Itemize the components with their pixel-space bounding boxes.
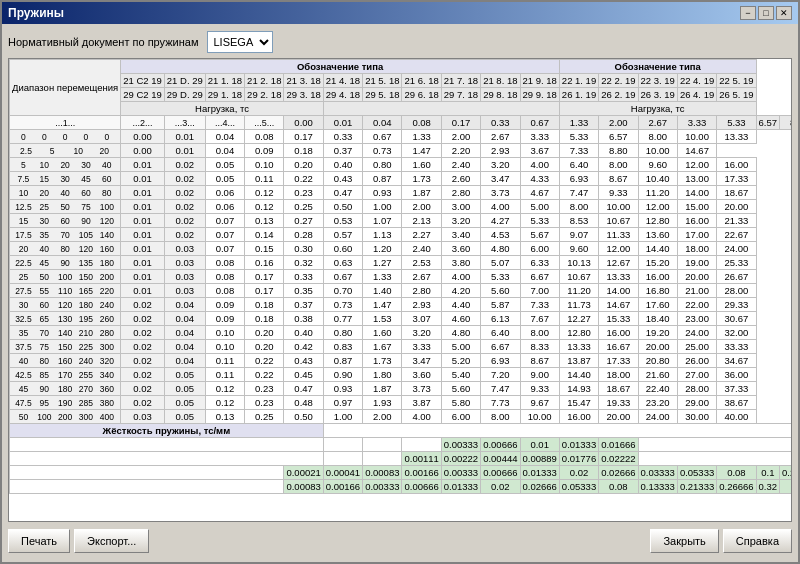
table-row: 12.52550751000.010.020.060.120.250.501.0… bbox=[10, 200, 793, 214]
table-row: 42.5851702553400.020.050.110.220.450.901… bbox=[10, 368, 793, 382]
content-area: Нормативный документ по пружинам LISEGA … bbox=[2, 24, 798, 562]
title-bar-buttons: − □ ✕ bbox=[740, 6, 792, 20]
table-row: 17.535701051400.010.020.070.140.280.571.… bbox=[10, 228, 793, 242]
normative-label: Нормативный документ по пружинам bbox=[8, 36, 199, 48]
table-row: 2040801201600.010.030.070.150.300.601.20… bbox=[10, 242, 793, 256]
title-bar: Пружины − □ ✕ bbox=[2, 2, 798, 24]
print-button[interactable]: Печать bbox=[8, 529, 70, 553]
close-button[interactable]: ✕ bbox=[776, 6, 792, 20]
oboznachenie2-header: Обозначение типа bbox=[559, 60, 756, 74]
table-row: 40801602403200.020.040.110.220.430.871.7… bbox=[10, 354, 793, 368]
table-row: 7.5153045600.010.020.050.110.220.430.871… bbox=[10, 172, 793, 186]
table-row: 5102030400.010.020.050.100.200.400.801.6… bbox=[10, 158, 793, 172]
minimize-button[interactable]: − bbox=[740, 6, 756, 20]
table-row: 27.5551101652200.010.030.080.170.350.701… bbox=[10, 284, 793, 298]
zhestkost1-header: Жёсткость пружины, тс/мм bbox=[10, 424, 324, 438]
help-button[interactable]: Справка bbox=[723, 529, 792, 553]
nagruzka1-header: Нагрузка, тс bbox=[121, 102, 324, 116]
close-main-button[interactable]: Закрыть bbox=[650, 529, 718, 553]
bottom-left-buttons: Печать Экспорт... bbox=[8, 529, 149, 553]
window-title: Пружины bbox=[8, 6, 64, 20]
table-row: 32.5651301952600.020.040.090.180.380.771… bbox=[10, 312, 793, 326]
table-row: 45901802703600.020.050.120.230.470.931.8… bbox=[10, 382, 793, 396]
table-row: 000000.000.010.040.080.170.330.671.332.0… bbox=[10, 130, 793, 144]
table-row: 35701402102800.020.040.100.200.400.801.6… bbox=[10, 326, 793, 340]
export-button[interactable]: Экспорт... bbox=[74, 529, 149, 553]
main-table-container[interactable]: Диапазон перемещения Обозначение типа Об… bbox=[8, 58, 792, 522]
top-bar: Нормативный документ по пружинам LISEGA bbox=[8, 30, 792, 54]
nagruzka2-header: Нагрузка, тс bbox=[559, 102, 756, 116]
oboznachenie1-header: Обозначение типа bbox=[121, 60, 560, 74]
table-row: 22.545901351800.010.030.080.160.320.631.… bbox=[10, 256, 793, 270]
bottom-bar: Печать Экспорт... Закрыть Справка bbox=[8, 526, 792, 556]
bottom-right-buttons: Закрыть Справка bbox=[650, 529, 792, 553]
table-row: 37.5751502253000.020.040.100.200.420.831… bbox=[10, 340, 793, 354]
maximize-button[interactable]: □ bbox=[758, 6, 774, 20]
table-row: 2.5510200.000.010.040.090.180.370.731.47… bbox=[10, 144, 793, 158]
table-row: 10204060800.010.020.060.120.230.470.931.… bbox=[10, 186, 793, 200]
table-row: 47.5951902853800.020.050.120.230.480.971… bbox=[10, 396, 793, 410]
normative-select[interactable]: LISEGA bbox=[207, 31, 273, 53]
main-table: Диапазон перемещения Обозначение типа Об… bbox=[9, 59, 792, 494]
table-row: 25501001502000.010.030.080.170.330.671.3… bbox=[10, 270, 793, 284]
main-window: Пружины − □ ✕ Нормативный документ по пр… bbox=[0, 0, 800, 564]
table-row: 501002003004000.030.050.130.250.501.002.… bbox=[10, 410, 793, 424]
table-row: 153060901200.010.020.070.130.270.531.072… bbox=[10, 214, 793, 228]
diap-header: Диапазон перемещения bbox=[10, 60, 121, 116]
table-row: 30601201802400.020.040.090.180.370.731.4… bbox=[10, 298, 793, 312]
